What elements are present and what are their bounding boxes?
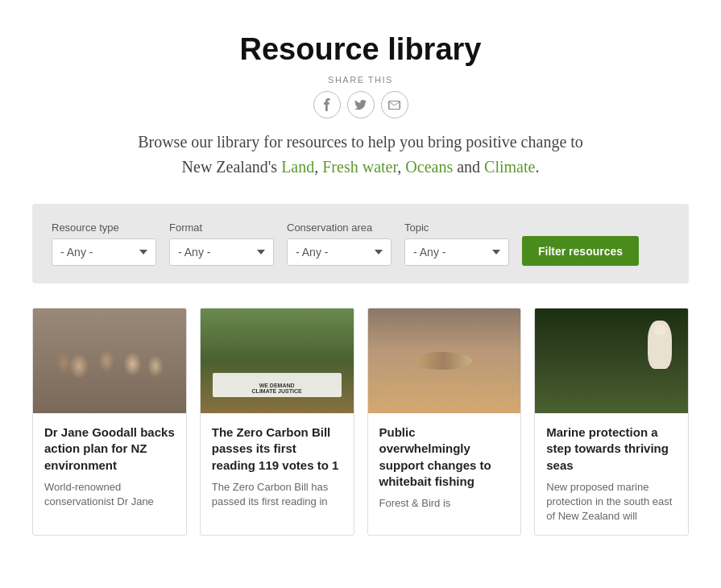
filter-conservation-area: Conservation area - Any - (287, 222, 392, 266)
topic-label: Topic (404, 222, 509, 234)
link-freshwater[interactable]: Fresh water (322, 158, 397, 176)
topic-select[interactable]: - Any - (404, 238, 509, 266)
card-1-title[interactable]: Dr Jane Goodall backs action plan for NZ… (44, 424, 175, 474)
share-icons-group (32, 91, 689, 118)
share-label: SHARE THIS (32, 75, 689, 85)
format-label: Format (169, 222, 274, 234)
card-2-excerpt: The Zero Carbon Bill has passed its firs… (212, 480, 342, 509)
filter-resource-type: Resource type - Any - (52, 222, 156, 266)
filter-topic: Topic - Any - (404, 222, 509, 266)
card-2-title[interactable]: The Zero Carbon Bill passes its first re… (212, 424, 342, 474)
card-4-excerpt: New proposed marine protection in the so… (546, 480, 677, 524)
card-image-4 (535, 308, 688, 413)
card-4-title[interactable]: Marine protection a step towards thrivin… (546, 424, 677, 474)
resource-card-2: WE DEMANDCLIMATE JUSTICE The Zero Carbon… (200, 308, 354, 536)
card-image-1 (33, 308, 186, 413)
library-description: Browse our library for resources to help… (135, 130, 586, 180)
cards-grid: Dr Jane Goodall backs action plan for NZ… (32, 308, 689, 536)
share-facebook-button[interactable] (313, 91, 341, 118)
bird-image (648, 321, 672, 369)
link-oceans[interactable]: Oceans (405, 158, 453, 176)
conservation-area-label: Conservation area (287, 222, 392, 234)
share-twitter-button[interactable] (347, 91, 375, 118)
filter-format: Format - Any - (169, 222, 274, 266)
resource-type-select[interactable]: - Any - (52, 238, 156, 266)
page-title: Resource library (32, 32, 689, 67)
card-3-title[interactable]: Public overwhelmingly support changes to… (379, 424, 510, 490)
link-land[interactable]: Land (281, 158, 314, 176)
card-image-3 (368, 308, 521, 413)
resource-card-1: Dr Jane Goodall backs action plan for NZ… (32, 308, 187, 536)
resource-card-4: Marine protection a step towards thrivin… (534, 308, 689, 536)
filter-bar: Resource type - Any - Format - Any - Con… (32, 204, 689, 284)
banner-text: WE DEMANDCLIMATE JUSTICE (201, 383, 354, 394)
filter-resources-button[interactable]: Filter resources (522, 236, 639, 266)
link-climate[interactable]: Climate (484, 158, 535, 176)
card-1-excerpt: World-renowned conservationist Dr Jane (44, 480, 175, 509)
fish-image (416, 352, 472, 370)
resource-card-3: Public overwhelmingly support changes to… (367, 308, 522, 536)
share-email-button[interactable] (381, 91, 408, 118)
format-select[interactable]: - Any - (169, 238, 274, 266)
card-3-excerpt: Forest & Bird is (379, 496, 510, 511)
conservation-area-select[interactable]: - Any - (287, 238, 392, 266)
resource-type-label: Resource type (52, 222, 156, 234)
card-image-2: WE DEMANDCLIMATE JUSTICE (201, 308, 354, 413)
share-section: SHARE THIS (32, 75, 689, 118)
